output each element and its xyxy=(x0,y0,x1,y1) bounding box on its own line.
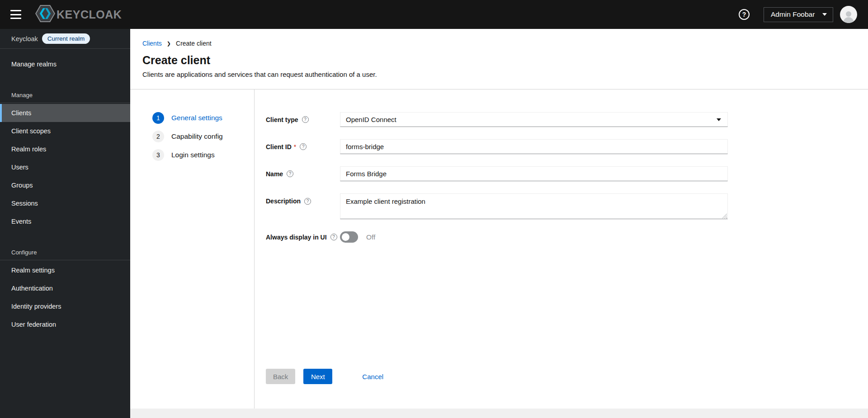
realm-selector[interactable]: Keycloak Current realm xyxy=(0,29,130,49)
always-display-row: Always display in UI ? Off xyxy=(266,231,868,243)
step-number-badge: 2 xyxy=(152,131,164,142)
main-content: Clients ❯ Create client Create client Cl… xyxy=(130,29,868,418)
user-name: Admin Foobar xyxy=(771,10,815,19)
step-number-badge: 1 xyxy=(152,112,164,124)
chevron-down-icon xyxy=(822,13,827,16)
breadcrumb-current: Create client xyxy=(176,40,212,47)
description-row: Description ? Example client registratio… xyxy=(266,193,868,219)
page-subtitle: Clients are applications and services th… xyxy=(142,70,868,78)
breadcrumb: Clients ❯ Create client xyxy=(142,40,868,47)
sidebar-section-configure: Configure xyxy=(0,249,130,256)
realm-name: Keycloak xyxy=(11,35,38,42)
sidebar-item-authentication[interactable]: Authentication xyxy=(0,279,130,297)
divider xyxy=(0,103,130,103)
general-settings-form: Client type ? OpenID Connect Client ID * xyxy=(255,89,868,409)
sidebar-item-sessions[interactable]: Sessions xyxy=(0,194,130,212)
client-id-row: Client ID * ? xyxy=(266,139,868,154)
client-type-value: OpenID Connect xyxy=(346,116,396,123)
always-display-toggle[interactable] xyxy=(340,231,358,243)
masthead: KEYCLOAK ? Admin Foobar xyxy=(0,0,868,29)
page-title: Create client xyxy=(142,54,868,67)
name-row: Name ? xyxy=(266,166,868,181)
keycloak-logo[interactable]: KEYCLOAK xyxy=(35,5,122,24)
help-icon[interactable]: ? xyxy=(739,9,750,20)
required-asterisk: * xyxy=(294,143,296,150)
help-icon[interactable]: ? xyxy=(287,170,293,177)
sidebar-item-clients[interactable]: Clients xyxy=(0,104,130,122)
name-input[interactable] xyxy=(340,166,728,181)
create-client-wizard: 1 General settings 2 Capability config 3… xyxy=(130,89,868,409)
sidebar-item-events[interactable]: Events xyxy=(0,212,130,230)
client-id-label: Client ID xyxy=(266,143,292,150)
masthead-right: ? Admin Foobar xyxy=(739,6,857,23)
wizard-step-login-settings[interactable]: 3 Login settings xyxy=(130,146,254,164)
help-icon[interactable]: ? xyxy=(330,234,337,240)
user-menu-dropdown[interactable]: Admin Foobar xyxy=(764,7,833,22)
sidebar-item-user-federation[interactable]: User federation xyxy=(0,315,130,333)
toggle-state-label: Off xyxy=(366,233,375,241)
avatar[interactable] xyxy=(840,6,857,23)
chevron-down-icon xyxy=(717,118,721,121)
next-button[interactable]: Next xyxy=(303,369,332,384)
wizard-step-capability-config[interactable]: 2 Capability config xyxy=(130,127,254,146)
back-button[interactable]: Back xyxy=(266,369,295,384)
toggle-knob xyxy=(342,233,349,241)
sidebar-item-manage-realms[interactable]: Manage realms xyxy=(0,55,130,73)
client-type-label: Client type xyxy=(266,116,298,123)
step-number-badge: 3 xyxy=(152,149,164,161)
client-type-row: Client type ? OpenID Connect xyxy=(266,112,868,127)
always-display-label: Always display in UI xyxy=(266,234,327,241)
sidebar-item-realm-settings[interactable]: Realm settings xyxy=(0,261,130,279)
wizard-actions: Back Next Cancel xyxy=(266,369,868,384)
description-label: Description xyxy=(266,197,301,205)
sidebar-item-realm-roles[interactable]: Realm roles xyxy=(0,140,130,158)
sidebar-item-client-scopes[interactable]: Client scopes xyxy=(0,122,130,140)
help-icon[interactable]: ? xyxy=(300,143,307,150)
description-textarea[interactable]: Example client registration xyxy=(340,193,728,219)
client-type-select[interactable]: OpenID Connect xyxy=(340,112,728,127)
current-realm-badge: Current realm xyxy=(42,33,90,44)
chevron-right-icon: ❯ xyxy=(167,41,171,47)
sidebar-item-groups[interactable]: Groups xyxy=(0,176,130,194)
help-icon[interactable]: ? xyxy=(302,116,309,123)
page-background-strip xyxy=(130,409,868,418)
divider xyxy=(0,260,130,260)
page-header: Clients ❯ Create client Create client Cl… xyxy=(130,29,868,89)
help-icon[interactable]: ? xyxy=(304,198,311,205)
sidebar-item-users[interactable]: Users xyxy=(0,158,130,176)
client-id-input[interactable] xyxy=(340,139,728,154)
name-label: Name xyxy=(266,170,283,178)
sidebar-item-identity-providers[interactable]: Identity providers xyxy=(0,297,130,315)
sidebar: Keycloak Current realm Manage realms Man… xyxy=(0,29,130,418)
sidebar-section-manage: Manage xyxy=(0,92,130,99)
wizard-steps-nav: 1 General settings 2 Capability config 3… xyxy=(130,89,255,409)
wizard-step-general-settings[interactable]: 1 General settings xyxy=(130,108,254,127)
keycloak-logo-icon xyxy=(35,5,55,24)
cancel-button[interactable]: Cancel xyxy=(362,373,383,380)
hamburger-menu-icon[interactable] xyxy=(10,10,22,19)
brand-name: KEYCLOAK xyxy=(57,8,122,21)
breadcrumb-clients-link[interactable]: Clients xyxy=(142,40,162,47)
